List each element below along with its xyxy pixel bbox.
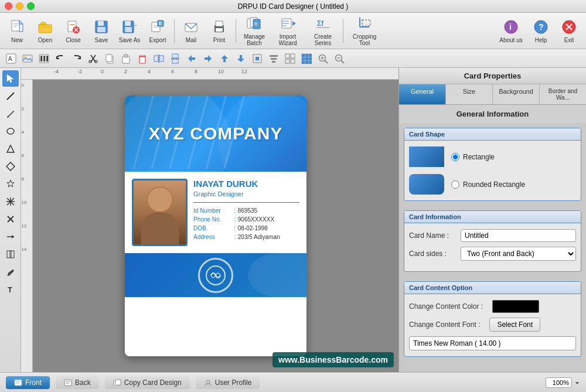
properties-panel: Card Properties General Size Background … — [398, 68, 586, 372]
book-tool[interactable] — [2, 246, 19, 263]
tab-back[interactable]: Back — [56, 376, 99, 389]
copy-button[interactable] — [102, 51, 117, 66]
content-font-row: Change Content Font : Select Font — [409, 318, 576, 332]
pencil-tool[interactable] — [2, 105, 19, 122]
snowflake-tool[interactable] — [2, 193, 19, 210]
canvas-scroll[interactable]: 0 2 4 6 8 10 12 14 — [21, 80, 398, 372]
arrow-tool[interactable] — [2, 229, 19, 245]
pen-tool[interactable] — [2, 264, 19, 280]
card-sides-select[interactable]: Two (Front and Back) One (Front Only) — [461, 247, 576, 261]
triangle-tool[interactable] — [2, 141, 19, 157]
svg-rect-85 — [255, 57, 259, 60]
tab-copy-card[interactable]: Copy Card Design — [105, 376, 190, 389]
svg-rect-124 — [7, 251, 10, 258]
zoom-input[interactable] — [546, 377, 572, 388]
cross-tool[interactable] — [2, 211, 19, 227]
svg-point-139 — [206, 380, 210, 384]
svg-rect-125 — [11, 251, 14, 258]
tab-front[interactable]: Front — [6, 376, 50, 389]
text-tool-button[interactable]: A — [4, 51, 19, 66]
svg-line-107 — [341, 60, 344, 63]
svg-marker-81 — [205, 55, 212, 62]
maximize-window-button[interactable] — [27, 2, 35, 10]
crop-icon — [356, 15, 373, 32]
grid2-button[interactable] — [299, 51, 314, 66]
line-tool[interactable] — [2, 88, 19, 104]
help-button[interactable]: ? Help — [527, 15, 554, 47]
circle-tool[interactable] — [2, 123, 19, 139]
cropping-tool-button[interactable]: Cropping Tool — [346, 15, 383, 47]
card-name-input[interactable] — [461, 229, 576, 242]
tab-general[interactable]: General — [399, 84, 446, 104]
manage-batch-button[interactable]: ≡ Manage Batch — [239, 15, 270, 47]
export-button[interactable]: E Export — [144, 15, 171, 47]
grid-button[interactable] — [282, 51, 298, 66]
svg-rect-92 — [291, 59, 295, 63]
back-tab-label: Back — [75, 379, 91, 387]
export-icon: E — [149, 19, 166, 35]
zoom-dropdown-button[interactable] — [574, 379, 580, 386]
svg-rect-98 — [309, 57, 312, 60]
save-button[interactable]: Save — [88, 15, 115, 47]
exit-button[interactable]: Exit — [556, 15, 582, 47]
save-icon — [93, 19, 110, 35]
print-button[interactable]: Print — [206, 15, 233, 47]
move-left-button[interactable] — [184, 51, 199, 66]
content-color-swatch[interactable] — [492, 300, 539, 313]
svg-point-29 — [223, 26, 224, 28]
content-color-label: Change Content Color : — [409, 302, 483, 311]
mail-button[interactable]: Mail — [178, 15, 205, 47]
card-information-title: Card Information — [404, 211, 581, 223]
about-button[interactable]: i About us — [496, 15, 526, 47]
main-content: T -4 -2 0 2 4 6 8 10 12 0 2 4 — [0, 68, 586, 372]
card-header: XYZ COMPANY — [125, 96, 306, 172]
card-phone-row: Phone No. : 9065XXXXXX — [193, 216, 299, 223]
card-person-name: INAYAT DURUK — [193, 179, 299, 189]
star-tool[interactable] — [2, 176, 19, 192]
tab-background[interactable]: Background — [493, 84, 540, 104]
diamond-tool[interactable] — [2, 158, 19, 175]
svg-rect-17 — [125, 21, 131, 26]
new-button[interactable]: New — [4, 15, 30, 47]
id-card[interactable]: XYZ COMPANY INAYAT DURUK Graphic Designe… — [125, 96, 306, 356]
svg-rect-97 — [305, 57, 308, 60]
svg-marker-109 — [7, 74, 13, 83]
tab-border[interactable]: Border and Wa... — [540, 84, 586, 104]
zoom-in-button[interactable] — [315, 51, 331, 66]
window-title: DRPU ID Card Designer ( Untitled ) — [238, 2, 349, 11]
select-tool[interactable] — [2, 70, 19, 87]
center-button[interactable] — [250, 51, 265, 66]
tab-user-profile[interactable]: User Profile — [196, 376, 260, 389]
zoom-out-button[interactable] — [332, 51, 347, 66]
flip-v-button[interactable] — [168, 51, 183, 66]
open-button[interactable]: Open — [32, 15, 59, 47]
move-down-button[interactable] — [233, 51, 248, 66]
undo-button[interactable] — [53, 51, 68, 66]
delete-button[interactable] — [135, 51, 150, 66]
move-up-button[interactable] — [217, 51, 232, 66]
tab-size[interactable]: Size — [446, 84, 493, 104]
redo-button[interactable] — [69, 51, 84, 66]
align-button[interactable] — [266, 51, 281, 66]
import-wizard-button[interactable]: Import Wizard — [271, 15, 305, 47]
svg-marker-82 — [221, 55, 228, 62]
save-as-button[interactable]: ... Save As — [116, 15, 143, 47]
content-color-row: Change Content Color : — [409, 300, 576, 313]
image-tool-button[interactable] — [20, 51, 35, 66]
save-as-icon: ... — [121, 19, 138, 35]
flip-h-button[interactable] — [151, 51, 166, 66]
barcode-tool-button[interactable] — [36, 51, 52, 66]
close-button[interactable]: Close — [60, 15, 87, 47]
select-font-button[interactable]: Select Font — [489, 318, 540, 332]
rounded-radio[interactable] — [451, 180, 459, 189]
text-tool2[interactable]: T — [2, 281, 19, 298]
close-window-button[interactable] — [5, 2, 12, 10]
rectangle-radio[interactable] — [451, 153, 459, 161]
card-id-row: Id Number : 869535 — [193, 207, 299, 214]
minimize-window-button[interactable] — [16, 2, 23, 10]
paste-button[interactable] — [118, 51, 134, 66]
cut-button[interactable] — [86, 51, 101, 66]
move-right-button[interactable] — [200, 51, 216, 66]
create-series-button[interactable]: Σf Create Series — [306, 15, 340, 47]
ruler-vertical: 0 2 4 6 8 10 12 14 — [21, 80, 33, 372]
